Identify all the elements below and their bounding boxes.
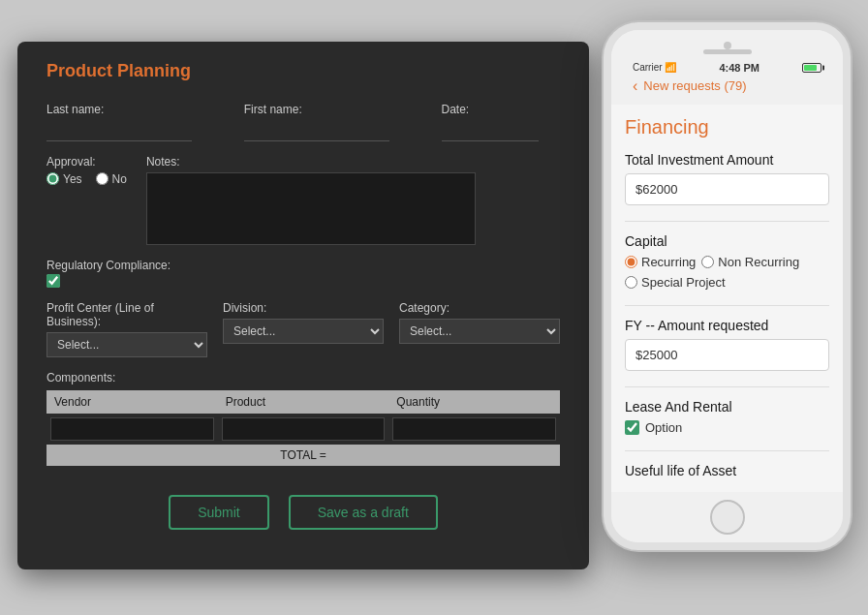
recurring-label: Recurring [641,255,696,269]
approval-no-label: No [112,172,127,186]
division-label: Division: [223,301,384,315]
phone-content[interactable]: Financing Total Investment Amount Capita… [611,105,843,492]
approval-yes-label: Yes [63,172,82,186]
date-input[interactable] [442,120,539,141]
recurring-option[interactable]: Recurring [625,255,696,269]
battery-indicator [802,63,822,73]
date-label: Date: [442,103,561,116]
option-label: Option [645,420,682,435]
capital-label: Capital [625,233,829,249]
regulatory-label: Regulatory Compliance: [46,259,560,272]
total-investment-label: Total Investment Amount [625,152,829,168]
useful-life-group: Useful life of Asset [625,463,829,478]
notes-label: Notes: [146,155,560,169]
phone-nav: ‹ New requests (79) [627,76,827,101]
name-date-row: Last name: First name: Date: [46,103,560,141]
last-name-input[interactable] [46,120,192,141]
lease-rental-label: Lease And Rental [625,399,829,415]
save-draft-button[interactable]: Save as a draft [289,495,438,530]
regulatory-row: Regulatory Compliance: [46,259,560,288]
phone-section-title: Financing [625,116,829,138]
back-arrow-icon[interactable]: ‹ [633,77,637,95]
last-name-field: Last name: [46,103,225,141]
date-field: Date: [442,103,561,141]
last-name-label: Last name: [46,103,225,116]
button-row: Submit Save as a draft [46,495,560,530]
scene: Product Planning Last name: First name: … [17,22,851,594]
product-col-header: Product [218,390,389,414]
form-title: Product Planning [46,61,560,81]
capital-group: Capital Recurring Non Recurring Special … [625,233,829,290]
phone-camera [724,42,731,49]
approval-no-option[interactable]: No [96,172,127,186]
special-project-label: Special Project [641,275,726,290]
table-row [46,414,560,445]
components-label: Components: [46,371,560,384]
notes-textarea[interactable] [146,172,476,245]
approval-yes-option[interactable]: Yes [46,172,82,186]
profit-center-field: Profit Center (Line of Business): Select… [46,301,207,357]
back-label[interactable]: New requests (79) [643,78,746,93]
vendor-input[interactable] [50,417,214,441]
approval-yes-radio[interactable] [46,172,59,185]
phone-bottom [611,492,843,542]
capital-radio-group: Recurring Non Recurring Special Project [625,255,829,290]
fy-amount-group: FY -- Amount requested [625,318,829,371]
recurring-radio[interactable] [625,256,637,268]
battery-icon [802,63,822,73]
approval-label: Approval: [46,155,127,169]
non-recurring-radio[interactable] [701,256,714,268]
profit-center-select[interactable]: Select... [46,332,207,357]
regulatory-checkbox[interactable] [46,274,60,288]
time-text: 4:48 PM [719,62,760,74]
option-checkbox-group: Option [625,420,829,435]
first-name-input[interactable] [244,120,389,141]
status-bar: Carrier 📶 4:48 PM [627,58,827,76]
division-select[interactable]: Select... [223,319,384,344]
non-recurring-label: Non Recurring [718,255,799,269]
mobile-phone: Carrier 📶 4:48 PM ‹ New requests (79) Fi… [604,22,851,550]
battery-fill [804,65,818,71]
total-investment-group: Total Investment Amount [625,152,829,205]
first-name-field: First name: [244,103,422,141]
useful-life-label: Useful life of Asset [625,463,829,478]
components-section: Components: Vendor Product Quantity [46,371,560,466]
quantity-col-header: Quantity [388,390,560,414]
divider-3 [625,386,829,387]
division-field: Division: Select... [223,301,384,357]
components-table: Vendor Product Quantity TOTAL = [46,390,560,466]
profit-center-label: Profit Center (Line of Business): [46,301,207,328]
product-input[interactable] [222,417,386,441]
phone-speaker [703,49,752,54]
category-label: Category: [399,301,560,315]
submit-button[interactable]: Submit [169,495,269,530]
category-select[interactable]: Select... [399,319,560,344]
phone-top-bar: Carrier 📶 4:48 PM ‹ New requests (79) [611,30,843,105]
category-field: Category: Select... [399,301,560,357]
home-button[interactable] [710,500,745,535]
vendor-col-header: Vendor [46,390,218,414]
approval-radio-group: Yes No [46,172,127,186]
desktop-form: Product Planning Last name: First name: … [17,42,589,569]
approval-notes-row: Approval: Yes No Notes: [46,155,560,245]
divider-1 [625,221,829,222]
first-name-label: First name: [244,103,422,116]
divider-4 [625,450,829,451]
total-row: TOTAL = [46,445,560,466]
approval-no-radio[interactable] [96,172,108,185]
total-investment-input[interactable] [625,173,829,205]
non-recurring-option[interactable]: Non Recurring [701,255,799,269]
notes-section: Notes: [146,155,560,245]
lease-rental-group: Lease And Rental Option [625,399,829,435]
special-project-radio[interactable] [625,276,637,289]
option-checkbox[interactable] [625,420,639,435]
fy-amount-label: FY -- Amount requested [625,318,829,333]
carrier-text: Carrier 📶 [633,62,676,73]
divider-2 [625,305,829,306]
special-project-option[interactable]: Special Project [625,275,726,290]
fy-amount-input[interactable] [625,339,829,371]
quantity-input[interactable] [392,417,556,441]
approval-section: Approval: Yes No [46,155,127,245]
select-row: Profit Center (Line of Business): Select… [46,301,560,357]
